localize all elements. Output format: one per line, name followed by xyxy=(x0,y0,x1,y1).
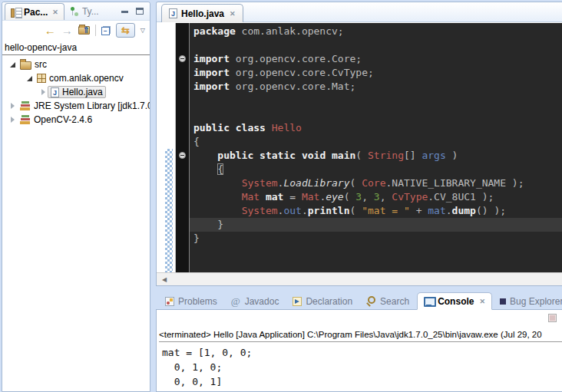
view-window-buttons xyxy=(121,8,144,15)
console-icon xyxy=(424,297,434,306)
link-with-editor-button[interactable]: ⇆ xyxy=(116,23,135,38)
code-line xyxy=(193,94,562,107)
ctab-search[interactable]: Search xyxy=(360,293,415,309)
toolbar-separator xyxy=(95,25,96,36)
tab-label: Ty... xyxy=(82,6,99,17)
java-file-icon xyxy=(51,87,59,97)
library-icon xyxy=(20,101,31,110)
editor-panel: Hello.java ✕ package com.anlak.opencv;im… xyxy=(156,2,562,286)
chevron-collapsed-icon[interactable] xyxy=(8,117,17,123)
ctab-problems[interactable]: Problems xyxy=(159,293,223,309)
code-line: System.out.println( "mat = " + mat.dump(… xyxy=(193,204,562,218)
console-output-line: mat = [1, 0, 0; xyxy=(162,345,562,360)
tree-item-label: com.anlak.opencv xyxy=(49,73,124,84)
console-panel: ProblemsJavadocDeclarationSearchConsole✕… xyxy=(156,292,562,392)
console-output: mat = [1, 0, 0; 0, 1, 0; 0, 0, 1] xyxy=(162,345,562,389)
ctab-console[interactable]: Console✕ xyxy=(417,292,492,310)
vtab-ty[interactable]: Ty... xyxy=(64,3,104,20)
editor-tab-hello-java[interactable]: Hello.java ✕ xyxy=(161,4,243,22)
code-line: package com.anlak.opencv; xyxy=(193,25,562,38)
chevron-collapsed-icon[interactable] xyxy=(8,103,17,109)
editor-tabstrip: Hello.java ✕ xyxy=(157,2,562,22)
tree-item-content: OpenCV-2.4.6 xyxy=(17,114,95,126)
console-view: <terminated> Hello [Java Application] C:… xyxy=(156,309,562,392)
tab-label: Pac... xyxy=(24,7,48,18)
fold-marker-icon[interactable] xyxy=(179,55,186,62)
console-output-line: 0, 0, 1] xyxy=(162,374,562,389)
vtab-pac[interactable]: Pac...✕ xyxy=(5,3,64,20)
ctab-declaration[interactable]: Declaration xyxy=(286,293,359,309)
editor-tab-label: Hello.java xyxy=(181,8,224,19)
close-icon[interactable]: ✕ xyxy=(52,8,58,16)
range-ruler xyxy=(157,23,175,272)
code-line xyxy=(193,107,562,121)
tree-item-label: OpenCV-2.4.6 xyxy=(34,114,92,125)
ctab-bug-explorer[interactable]: Bug Explorer xyxy=(494,293,562,309)
console-tabstrip: ProblemsJavadocDeclarationSearchConsole✕… xyxy=(156,292,562,309)
code-line: import org.opencv.core.Core; xyxy=(193,52,562,66)
terminate-button[interactable] xyxy=(548,314,557,322)
close-icon[interactable]: ✕ xyxy=(230,10,236,18)
type-hierarchy-icon xyxy=(70,7,79,16)
range-indicator xyxy=(165,149,173,272)
code-line: { xyxy=(193,135,562,149)
search-icon xyxy=(366,296,376,306)
code-editor[interactable]: package com.anlak.opencv;import org.open… xyxy=(157,23,562,272)
project-label[interactable]: hello-opencv-java xyxy=(2,40,150,54)
horizontal-scrollbar[interactable]: ◀ xyxy=(157,272,562,285)
code-line: { xyxy=(193,163,562,176)
code-line xyxy=(193,38,562,52)
link-arrows-icon: ⇆ xyxy=(121,25,130,35)
tree-item-hello-java[interactable]: Hello.java xyxy=(2,85,150,99)
tree-item-label: Hello.java xyxy=(62,87,103,97)
maximize-icon[interactable] xyxy=(136,8,144,15)
package-explorer-panel: Pac...✕Ty... ← → ⇆ ▽ hello-opencv-java s… xyxy=(2,2,150,392)
minimize-icon[interactable] xyxy=(121,11,128,13)
tree-item-jre-system-library-jdk1-7-0[interactable]: JRE System Library [jdk1.7.0 xyxy=(2,99,150,113)
fold-marker-icon[interactable] xyxy=(179,152,186,159)
tree-item-content: com.anlak.opencv xyxy=(34,72,127,84)
view-menu-icon[interactable]: ▽ xyxy=(140,27,145,34)
library-icon xyxy=(20,115,31,124)
fold-gutter xyxy=(175,23,189,272)
tree-item-content: JRE System Library [jdk1.7.0 xyxy=(17,100,150,112)
package-folder-icon xyxy=(20,61,31,70)
tree-item-label: src xyxy=(35,59,47,70)
up-folder-icon[interactable] xyxy=(78,26,90,35)
tab-label: Console xyxy=(438,296,474,307)
code-line: System.LoadLibrary( Core.NATIVE_LIBRARY_… xyxy=(193,176,562,190)
package-icon xyxy=(37,74,46,83)
tab-label: Problems xyxy=(178,296,217,307)
forward-icon[interactable]: → xyxy=(61,25,73,36)
console-output-line: 0, 1, 0; xyxy=(162,360,562,374)
problems-icon xyxy=(165,297,174,306)
javadoc-icon xyxy=(231,296,241,306)
chevron-expanded-icon[interactable] xyxy=(25,76,34,81)
back-icon[interactable]: ← xyxy=(45,25,56,36)
close-icon[interactable]: ✕ xyxy=(479,298,485,305)
java-file-icon xyxy=(169,8,177,18)
tab-label: Search xyxy=(380,296,409,307)
project-tree: srccom.anlak.opencvHello.javaJRE System … xyxy=(2,55,150,127)
scroll-left-icon[interactable]: ◀ xyxy=(157,276,167,283)
package-explorer-toolbar: ← → ⇆ ▽ xyxy=(2,21,150,40)
package-explorer-icon xyxy=(11,8,21,17)
ctab-javadoc[interactable]: Javadoc xyxy=(225,293,286,309)
tree-item-opencv-2-4-6[interactable]: OpenCV-2.4.6 xyxy=(2,113,150,127)
tree-item-src[interactable]: src xyxy=(2,58,150,71)
console-status: <terminated> Hello [Java Application] C:… xyxy=(159,329,562,342)
bug-icon xyxy=(500,298,506,305)
code-area[interactable]: package com.anlak.opencv;import org.open… xyxy=(190,23,562,272)
code-line: } xyxy=(193,218,562,232)
chevron-expanded-icon[interactable] xyxy=(8,62,17,68)
code-line: import org.opencv.core.Mat; xyxy=(193,80,562,94)
code-line: } xyxy=(193,232,562,245)
tree-item-com-anlak-opencv[interactable]: com.anlak.opencv xyxy=(2,71,150,85)
tab-label: Bug Explorer xyxy=(510,296,562,307)
code-line: public static void main( String[] args ) xyxy=(193,149,562,163)
chevron-collapsed-icon[interactable] xyxy=(39,89,48,95)
code-line: import org.opencv.core.CvType; xyxy=(193,66,562,80)
collapse-all-icon[interactable] xyxy=(101,26,111,35)
code-line: public class Hello xyxy=(193,121,562,135)
code-line: Mat mat = Mat.eye( 3, 3, CvType.CV_8UC1 … xyxy=(193,190,562,204)
